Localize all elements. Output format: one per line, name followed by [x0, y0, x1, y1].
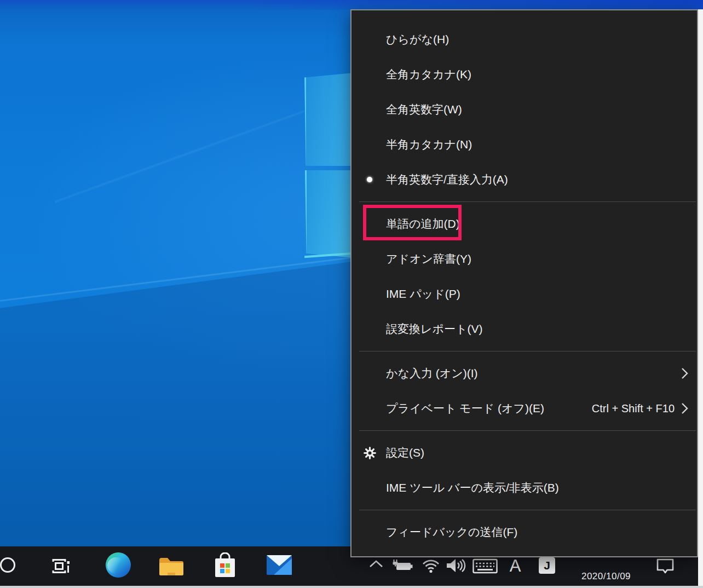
menu-separator: [359, 430, 696, 431]
keyboard-icon: [472, 558, 498, 574]
file-explorer-button[interactable]: [159, 554, 184, 578]
menu-item-label: 半角カタカナ(N): [386, 137, 472, 152]
notification-icon: [656, 558, 675, 575]
menu-item-ime-toolbar-toggle[interactable]: IME ツール バーの表示/非表示(B): [352, 470, 697, 505]
menu-item-hiragana[interactable]: ひらがな(H): [352, 22, 697, 57]
file-explorer-icon: [159, 556, 184, 577]
taskbar-clock-date[interactable]: 2020/10/09: [567, 569, 646, 584]
wifi-icon: [422, 558, 440, 573]
ime-mode-indicator[interactable]: A: [505, 554, 526, 578]
windows-logo-pane-top: [304, 73, 354, 166]
shortcut-label: Ctrl + Shift + F10: [592, 402, 675, 415]
screen: A J 2020/10/09 ひらがな(H) 全角カタカナ(K) 全角英数字(W…: [0, 0, 703, 588]
menu-item-settings[interactable]: 設定(S): [352, 435, 697, 470]
menu-item-private-mode[interactable]: プライベート モード (オフ)(E) Ctrl + Shift + F10: [352, 391, 697, 426]
menu-item-label: かな入力 (オン)(I): [386, 366, 478, 381]
menu-item-ime-pad[interactable]: IME パッド(P): [352, 276, 697, 312]
menu-item-label: プライベート モード (オフ)(E): [386, 401, 544, 416]
wallpaper-top-shade: [0, 0, 703, 10]
menu-item-kana-input[interactable]: かな入力 (オン)(I): [352, 356, 697, 391]
battery-tray-button[interactable]: [391, 557, 414, 574]
gear-icon: [361, 435, 378, 470]
menu-item-label: 全角英数字(W): [386, 102, 462, 117]
menu-item-misconversion-report[interactable]: 誤変換レポート(V): [352, 312, 697, 347]
menu-item-label: 全角カタカナ(K): [386, 67, 471, 82]
battery-charging-icon: [392, 558, 414, 573]
task-view-button[interactable]: [51, 555, 72, 577]
menu-item-fullwidth-katakana[interactable]: 全角カタカナ(K): [352, 57, 697, 92]
menu-item-label: IME パッド(P): [386, 286, 460, 302]
menu-item-label: ひらがな(H): [386, 32, 449, 47]
menu-item-label: 誤変換レポート(V): [386, 321, 482, 337]
wallpaper-floor: [0, 0, 352, 546]
volume-tray-button[interactable]: [445, 557, 467, 574]
menu-separator: [359, 351, 696, 351]
microsoft-store-icon: [213, 552, 237, 579]
mail-icon: [266, 555, 292, 575]
menu-item-addon-dictionary[interactable]: アドオン辞書(Y): [352, 241, 697, 276]
task-view-icon: [51, 557, 72, 575]
mail-button[interactable]: [266, 554, 292, 577]
windows-logo-pane-bottom: [305, 170, 354, 258]
submenu-chevron-icon: [681, 367, 688, 379]
submenu-chevron-icon: [681, 402, 688, 414]
menu-item-fullwidth-alphanumeric[interactable]: 全角英数字(W): [352, 92, 697, 127]
wifi-tray-button[interactable]: [421, 557, 441, 574]
menu-separator: [359, 510, 696, 510]
menu-separator: [359, 201, 696, 202]
action-center-button[interactable]: [655, 557, 675, 576]
ime-language-badge[interactable]: J: [539, 557, 555, 574]
screenshot-right-border: [698, 9, 703, 588]
cortana-button[interactable]: [0, 557, 15, 573]
edge-button[interactable]: [106, 552, 131, 578]
menu-item-label: フィードバックの送信(F): [386, 524, 517, 540]
ime-context-menu: ひらがな(H) 全角カタカナ(K) 全角英数字(W) 半角カタカナ(N) 半角英…: [350, 9, 698, 557]
speaker-icon: [446, 558, 466, 573]
menu-item-halfwidth-katakana[interactable]: 半角カタカナ(N): [352, 127, 697, 162]
menu-item-label: アドオン辞書(Y): [386, 251, 471, 267]
screenshot-bottom-border: [0, 586, 703, 588]
menu-item-label: IME ツール バーの表示/非表示(B): [386, 480, 559, 495]
menu-item-label: 設定(S): [386, 445, 424, 460]
menu-item-add-word[interactable]: 単語の追加(D): [352, 206, 697, 241]
menu-item-halfwidth-alphanumeric[interactable]: 半角英数字/直接入力(A): [352, 162, 697, 197]
chevron-up-icon: [368, 560, 384, 568]
show-hidden-icons-button[interactable]: [368, 558, 384, 569]
selected-radio-dot: [361, 162, 378, 197]
menu-item-label: 半角英数字/直接入力(A): [386, 172, 508, 187]
microsoft-store-button[interactable]: [213, 552, 237, 579]
menu-item-label: 単語の追加(D): [386, 216, 460, 232]
menu-item-send-feedback[interactable]: フィードバックの送信(F): [352, 515, 697, 550]
touch-keyboard-button[interactable]: [472, 557, 498, 575]
